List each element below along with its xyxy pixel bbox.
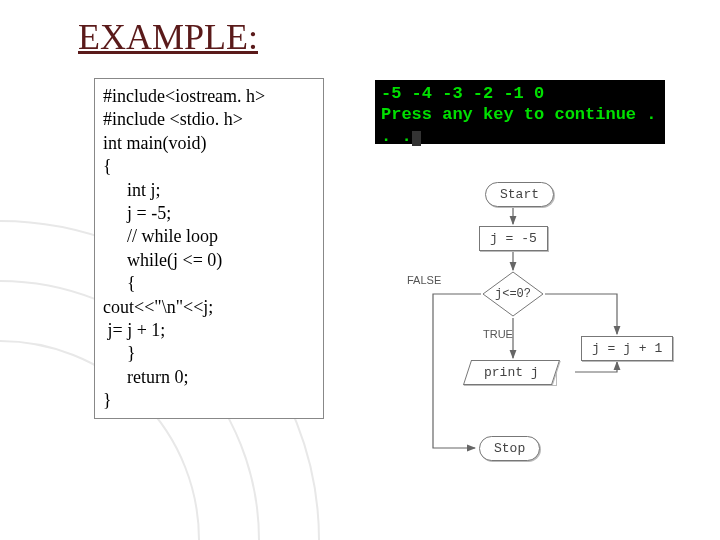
code-line: j= j + 1; (103, 319, 315, 342)
code-box: #include<iostream. h> #include <stdio. h… (94, 78, 324, 419)
console-line: -5 -4 -3 -2 -1 0 (381, 83, 659, 104)
flow-decision: j<=0? (481, 270, 545, 318)
code-line: { (103, 272, 315, 295)
flow-print: print j (467, 360, 556, 385)
code-line: #include<iostream. h> (103, 85, 315, 108)
code-line: // while loop (103, 225, 315, 248)
cursor-icon (412, 131, 421, 146)
page-title: EXAMPLE: (78, 16, 258, 58)
code-line: return 0; (103, 366, 315, 389)
flow-false-label: FALSE (407, 274, 441, 286)
console-line: Press any key to continue . . . (381, 104, 659, 147)
flow-init: j = -5 (479, 226, 548, 251)
console-output: -5 -4 -3 -2 -1 0 Press any key to contin… (375, 80, 665, 144)
code-line: #include <stdio. h> (103, 108, 315, 131)
code-line: cout<<"\n"<<j; (103, 296, 315, 319)
flow-inc: j = j + 1 (581, 336, 673, 361)
flow-true-label: TRUE (483, 328, 513, 340)
code-line: int j; (103, 179, 315, 202)
flow-start: Start (485, 182, 554, 207)
code-line: } (103, 342, 315, 365)
code-line: while(j <= 0) (103, 249, 315, 272)
flow-stop: Stop (479, 436, 540, 461)
flowchart: Start j = -5 j<=0? FALSE TRUE print j j … (405, 180, 705, 510)
code-line: } (103, 389, 315, 412)
code-line: { (103, 155, 315, 178)
code-line: int main(void) (103, 132, 315, 155)
code-line: j = -5; (103, 202, 315, 225)
flow-cond-label: j<=0? (481, 270, 545, 318)
